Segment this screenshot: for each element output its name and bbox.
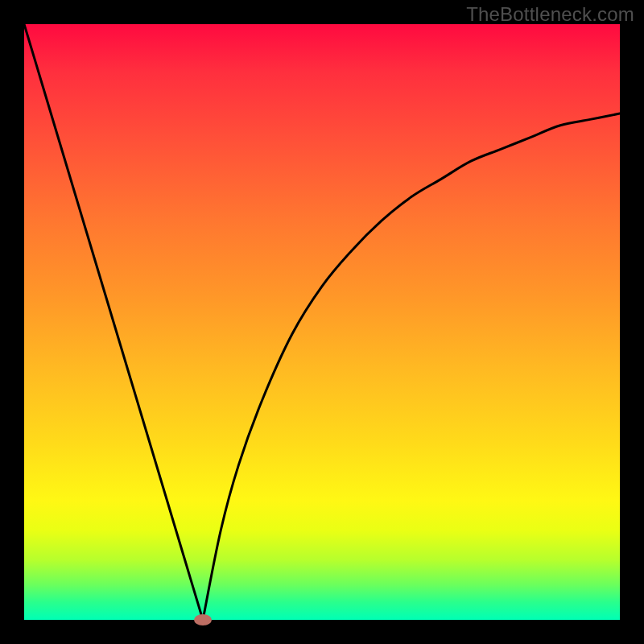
vertex-marker: [194, 614, 212, 625]
watermark-text: TheBottleneck.com: [466, 3, 634, 26]
plot-area: [24, 24, 620, 620]
curve-left-branch: [24, 24, 203, 620]
chart-frame: TheBottleneck.com: [0, 0, 644, 644]
curve-right-branch: [203, 114, 620, 620]
bottleneck-curve: [24, 24, 620, 620]
